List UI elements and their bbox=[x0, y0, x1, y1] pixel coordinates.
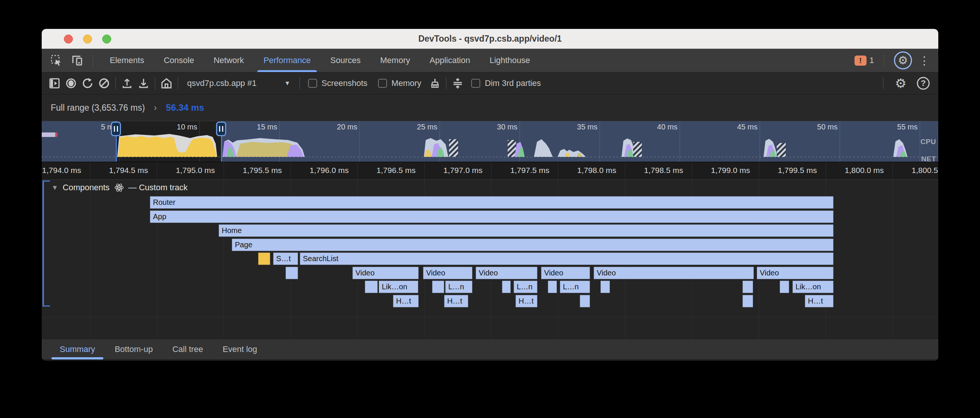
divider bbox=[115, 77, 116, 89]
collect-garbage-icon[interactable] bbox=[426, 75, 443, 92]
flame-entry[interactable]: S…t bbox=[273, 253, 298, 265]
clear-icon[interactable] bbox=[96, 75, 112, 92]
inspect-element-icon[interactable] bbox=[48, 52, 65, 69]
flame-entry[interactable] bbox=[258, 253, 270, 265]
tab-application[interactable]: Application bbox=[420, 49, 480, 72]
flame-entry[interactable]: H…t bbox=[393, 295, 418, 307]
issue-count: 1 bbox=[870, 55, 874, 65]
capture-settings-gear-icon[interactable]: ⚙ bbox=[892, 75, 909, 92]
main-tab-bar: Elements Console Network Performance Sou… bbox=[42, 49, 938, 73]
flame-entry[interactable]: H…t bbox=[515, 295, 537, 307]
issues-badge[interactable]: ! 1 bbox=[854, 55, 874, 66]
download-profile-icon[interactable] bbox=[135, 75, 152, 92]
flame-entry[interactable] bbox=[286, 267, 298, 279]
selected-range-breadcrumb[interactable]: 56.34 ms bbox=[166, 103, 204, 113]
help-icon[interactable]: ? bbox=[915, 75, 932, 92]
flame-entry[interactable]: SearchList bbox=[300, 253, 834, 265]
minimap-tick-label: 50 ms bbox=[804, 123, 838, 131]
flame-entry-label: Video bbox=[476, 267, 537, 279]
flame-entry[interactable] bbox=[743, 281, 753, 293]
timeline-ruler: 1,794.0 ms1,794.5 ms1,795.0 ms1,795.5 ms… bbox=[42, 162, 938, 180]
flame-entry[interactable]: L…n bbox=[445, 281, 473, 293]
flame-entry[interactable]: Router bbox=[150, 196, 834, 209]
active-tab-underline bbox=[258, 70, 317, 72]
tab-network[interactable]: Network bbox=[204, 49, 254, 72]
upload-profile-icon[interactable] bbox=[119, 75, 135, 92]
flame-entry[interactable] bbox=[432, 281, 444, 293]
flame-entry[interactable]: L…n bbox=[514, 281, 537, 293]
flame-entry[interactable]: Lik…on bbox=[379, 281, 418, 293]
tab-elements[interactable]: Elements bbox=[100, 49, 154, 72]
tab-performance[interactable]: Performance bbox=[254, 49, 321, 72]
toggle-sidebar-icon[interactable] bbox=[46, 75, 63, 92]
more-options-icon[interactable]: ⋮ bbox=[919, 54, 930, 67]
collapse-flame-icon[interactable] bbox=[449, 75, 466, 92]
flame-entry-label: App bbox=[150, 211, 834, 223]
flame-entry[interactable] bbox=[580, 295, 590, 307]
range-handle-left[interactable] bbox=[116, 121, 117, 162]
gridline bbox=[224, 162, 224, 179]
net-lane-label: NET bbox=[921, 155, 936, 162]
reload-and-record-icon[interactable] bbox=[79, 75, 96, 92]
bottom-tab-bar: Summary Bottom-up Call tree Event log bbox=[42, 339, 938, 359]
tab-bottom-up[interactable]: Bottom-up bbox=[105, 339, 163, 359]
performance-toolbar: qsvd7p.csb.app #1 ▼ Screenshots Memory D… bbox=[42, 73, 938, 95]
divider bbox=[93, 54, 93, 66]
range-handle-right[interactable] bbox=[221, 121, 222, 162]
flame-entry[interactable]: Video bbox=[352, 267, 418, 279]
flame-entry[interactable] bbox=[365, 281, 378, 293]
tab-summary[interactable]: Summary bbox=[50, 339, 105, 359]
flame-entry[interactable]: Video bbox=[476, 267, 537, 279]
chevron-right-icon: › bbox=[154, 103, 157, 113]
flame-entry-label: H…t bbox=[515, 295, 537, 307]
flame-entry[interactable] bbox=[548, 281, 557, 293]
dim-3rd-parties-checkbox[interactable]: Dim 3rd parties bbox=[471, 78, 541, 88]
tab-lighthouse[interactable]: Lighthouse bbox=[480, 49, 540, 72]
full-range-breadcrumb[interactable]: Full range (3,653.76 ms) bbox=[51, 103, 145, 113]
ruler-tick-label: 1,795.5 ms bbox=[230, 166, 294, 175]
gear-icon: ⚙ bbox=[898, 55, 908, 66]
record-icon[interactable] bbox=[63, 75, 79, 92]
live-metrics-home-icon[interactable] bbox=[158, 75, 175, 92]
divider bbox=[155, 77, 155, 89]
ruler-tick-label: 1,796.5 ms bbox=[364, 166, 428, 175]
flame-entry[interactable]: Video bbox=[423, 267, 473, 279]
tab-event-log[interactable]: Event log bbox=[213, 339, 267, 359]
gridline bbox=[692, 162, 692, 179]
flame-entry[interactable]: Page bbox=[232, 239, 834, 251]
tab-sources[interactable]: Sources bbox=[321, 49, 371, 72]
memory-checkbox[interactable]: Memory bbox=[378, 78, 421, 88]
device-toolbar-icon[interactable] bbox=[69, 52, 86, 69]
flame-chart[interactable]: ▼ Components — Custom track RouterAppHom… bbox=[42, 180, 938, 339]
flame-entry[interactable] bbox=[600, 281, 610, 293]
flame-entry[interactable]: H…t bbox=[444, 295, 468, 307]
flame-entry[interactable] bbox=[743, 295, 753, 307]
screenshots-checkbox[interactable]: Screenshots bbox=[308, 78, 368, 88]
flame-entry[interactable]: Video bbox=[757, 267, 834, 279]
window-title: DevTools - qsvd7p.csb.app/video/1 bbox=[42, 29, 938, 49]
target-selector[interactable]: qsvd7p.csb.app #1 ▼ bbox=[181, 78, 296, 88]
tab-memory[interactable]: Memory bbox=[371, 49, 420, 72]
flame-entry[interactable]: Video bbox=[594, 267, 754, 279]
flame-entry[interactable]: Video bbox=[541, 267, 590, 279]
flame-entry-label: Lik…on bbox=[379, 281, 418, 293]
long-task-marker bbox=[42, 133, 57, 137]
flame-entry[interactable]: Home bbox=[219, 224, 834, 237]
tab-call-tree[interactable]: Call tree bbox=[163, 339, 213, 359]
track-header[interactable]: ▼ Components — Custom track bbox=[51, 183, 188, 193]
flame-entry[interactable] bbox=[780, 281, 789, 293]
flame-entry[interactable]: H…t bbox=[805, 295, 834, 307]
flame-entry[interactable]: App bbox=[150, 211, 834, 223]
gridline bbox=[90, 162, 90, 179]
track-subtitle: — Custom track bbox=[129, 183, 188, 193]
flame-entry[interactable]: L…n bbox=[560, 281, 590, 293]
gridline bbox=[558, 162, 558, 179]
flame-entry[interactable] bbox=[502, 281, 511, 293]
timeline-overview[interactable]: 5 ms10 ms15 ms20 ms25 ms30 ms35 ms40 ms4… bbox=[42, 121, 938, 162]
flame-entry-label: Video bbox=[757, 267, 834, 279]
flame-entry-label: Router bbox=[150, 196, 834, 208]
flame-entry[interactable]: Lik…on bbox=[792, 281, 834, 293]
track-title: Components bbox=[63, 183, 110, 193]
settings-active-ring[interactable]: ⚙ bbox=[894, 51, 912, 70]
tab-console[interactable]: Console bbox=[154, 49, 204, 72]
